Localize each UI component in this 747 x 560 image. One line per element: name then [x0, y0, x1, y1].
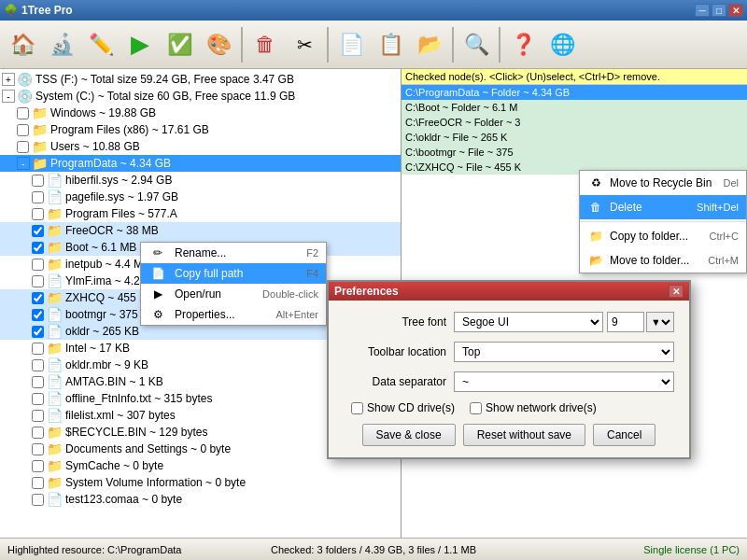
checked-item-bootmgr[interactable]: C:\bootmgr ~ File ~ 375 [402, 145, 747, 160]
checkbox-offline[interactable] [32, 393, 44, 405]
copy-button[interactable]: 📋 [372, 24, 409, 65]
pref-save-button[interactable]: Save & close [362, 424, 456, 446]
checkbox-hiberfil[interactable] [32, 175, 44, 187]
search-button[interactable]: 🔍 [458, 24, 495, 65]
ctx-copypath-shortcut: F4 [306, 268, 318, 279]
checkbox-progfiles[interactable] [32, 208, 44, 220]
checkbox-test123[interactable] [32, 494, 44, 506]
checkbox-symcache[interactable] [32, 460, 44, 472]
checkbox-intel[interactable] [32, 343, 44, 355]
close-button[interactable]: ✕ [728, 4, 743, 17]
pref-toolbar-select[interactable]: Top Bottom Left Right [454, 342, 674, 362]
file-icon-filelist: 📄 [47, 408, 63, 423]
ctx-copypath[interactable]: 📄 Copy full path F4 [141, 263, 326, 284]
ctx-properties-label: Properties... [175, 308, 235, 321]
ctx-openrun[interactable]: ▶ Open/run Double-click [141, 284, 326, 304]
rctx-recycle-shortcut: Del [723, 177, 739, 189]
checked-item-okldr[interactable]: C:\okldr ~ File ~ 265 K [402, 130, 747, 145]
tree-item-system[interactable]: - 💿 System (C:) ~ Total size 60 GB, Free… [0, 88, 401, 105]
expander-programdata[interactable]: - [17, 157, 30, 170]
edit-button[interactable]: ✏️ [82, 24, 120, 65]
tree-item-sysvolinfo[interactable]: 📁 System Volume Information ~ 0 byte [0, 474, 401, 491]
tree-label-okldr: okldr ~ 265 KB [65, 325, 139, 338]
expander-system[interactable]: - [2, 90, 15, 103]
rctx-movefolder[interactable]: 📂 Move to folder... Ctrl+M [580, 248, 746, 273]
checkbox-progfiles86[interactable] [17, 124, 29, 136]
ctx-properties[interactable]: ⚙ Properties... Alt+Enter [141, 304, 326, 325]
ctx-openrun-shortcut: Double-click [262, 288, 318, 300]
file-icon-pagefile: 📄 [47, 189, 63, 204]
checkbox-inetpub[interactable] [32, 259, 44, 271]
checkbox-freeocr[interactable] [32, 225, 44, 237]
tree-label-docsettings: Documents and Settings ~ 0 byte [65, 442, 231, 455]
checkbox-users[interactable] [17, 141, 29, 153]
checkbox-amtag[interactable] [32, 376, 44, 388]
pref-cd-label: Show CD drive(s) [367, 401, 455, 414]
checkbox-pagefile[interactable] [32, 191, 44, 203]
pref-close-button[interactable]: ✕ [669, 285, 684, 298]
tree-item-programdata[interactable]: - 📁 ProgramData ~ 4.34 GB [0, 155, 401, 172]
tree-item-pagefile[interactable]: 📄 pagefile.sys ~ 1.97 GB [0, 189, 401, 205]
tree-item-tss[interactable]: + 💿 TSS (F:) ~ Total size 59.24 GB, Free… [0, 71, 401, 88]
pref-separator-row: Data separator ~ | - • [344, 371, 674, 392]
minimize-button[interactable]: ─ [695, 4, 710, 17]
doc-button[interactable]: 📄 [332, 24, 370, 65]
folder-icon-progfiles: 📁 [47, 206, 63, 221]
play-button[interactable]: ▶ [121, 24, 159, 65]
checkbox-sysvolinfo[interactable] [32, 477, 44, 489]
check-button[interactable]: ✅ [161, 24, 198, 65]
tree-item-symcache[interactable]: 📁 SymCache ~ 0 byte [0, 457, 401, 474]
pref-cancel-button[interactable]: Cancel [593, 424, 655, 446]
folder-button[interactable]: 📂 [411, 24, 448, 65]
tree-item-progfiles86[interactable]: 📁 Program Files (x86) ~ 17.61 GB [0, 121, 401, 138]
tree-item-users[interactable]: 📁 Users ~ 10.88 GB [0, 138, 401, 155]
tree-label-pagefile: pagefile.sys ~ 1.97 GB [65, 190, 178, 203]
pref-reset-button[interactable]: Reset without save [463, 424, 585, 446]
checked-item-programdata[interactable]: C:\ProgramData ~ Folder ~ 4.34 GB [402, 85, 747, 100]
folder-icon-progfiles86: 📁 [32, 122, 48, 137]
ctx-rename[interactable]: ✏ Rename... F2 [141, 243, 326, 263]
checked-item-freeocr[interactable]: C:\FreeOCR ~ Folder ~ 3 [402, 115, 747, 130]
ctx-openrun-label: Open/run [175, 287, 221, 301]
pref-separator-select[interactable]: ~ | - • [454, 371, 674, 392]
expander-tss[interactable]: + [2, 73, 15, 86]
help-button[interactable]: ❓ [504, 24, 542, 65]
paint-button[interactable]: 🎨 [200, 24, 237, 65]
rctx-delete[interactable]: 🗑 Delete Shift+Del [580, 195, 746, 219]
pref-network-checkbox[interactable] [470, 402, 482, 414]
web-button[interactable]: 🌐 [543, 24, 581, 65]
tree-item-test123[interactable]: 📄 test123.comaa ~ 0 byte [0, 491, 401, 508]
checkbox-recycle[interactable] [32, 427, 44, 439]
cut-button[interactable]: ✂ [286, 24, 323, 65]
checkbox-boot[interactable] [32, 242, 44, 254]
checkbox-ylmf[interactable] [32, 275, 44, 287]
pref-cd-checkbox[interactable] [351, 402, 363, 414]
tree-item-freeocr[interactable]: 📁 FreeOCR ~ 38 MB [0, 222, 401, 239]
checkbox-okldr[interactable] [32, 326, 44, 338]
checked-item-boot[interactable]: C:\Boot ~ Folder ~ 6.1 M [402, 100, 747, 115]
checkbox-windows[interactable] [17, 107, 29, 119]
folder-icon-inetpub: 📁 [47, 257, 63, 272]
home-button[interactable]: 🏠 [4, 24, 41, 65]
checkbox-bootmgr[interactable] [32, 309, 44, 321]
rctx-delete-label: Delete [610, 201, 642, 214]
checkbox-filelist[interactable] [32, 410, 44, 422]
tree-item-hiberfil[interactable]: 📄 hiberfil.sys ~ 2.94 GB [0, 172, 401, 189]
pref-font-size[interactable] [607, 312, 644, 332]
checkbox-zxhcq[interactable] [32, 292, 44, 304]
rctx-copyfolder[interactable]: 📁 Copy to folder... Ctrl+C [580, 224, 746, 248]
pref-font-size-select[interactable]: ▼ [646, 312, 674, 332]
checkbox-docsettings[interactable] [32, 443, 44, 455]
file-icon-bootmgr: 📄 [47, 307, 63, 322]
rctx-copyfolder-shortcut: Ctrl+C [710, 231, 739, 242]
pref-font-select[interactable]: Segoe UI Arial Tahoma Verdana [454, 312, 603, 332]
delete-button[interactable]: 🗑 [247, 24, 284, 65]
maximize-button[interactable]: □ [712, 4, 726, 17]
tree-item-windows[interactable]: 📁 Windows ~ 19.88 GB [0, 105, 401, 121]
pref-title: Preferences [334, 285, 399, 298]
tree-item-progfiles[interactable]: 📁 Program Files ~ 577.A [0, 205, 401, 222]
analyze-button[interactable]: 🔬 [43, 24, 80, 65]
rctx-recycle[interactable]: ♻ Move to Recycle Bin Del [580, 171, 746, 195]
checkbox-okldrmbr[interactable] [32, 359, 44, 371]
pref-title-bar: Preferences ✕ [329, 282, 689, 301]
